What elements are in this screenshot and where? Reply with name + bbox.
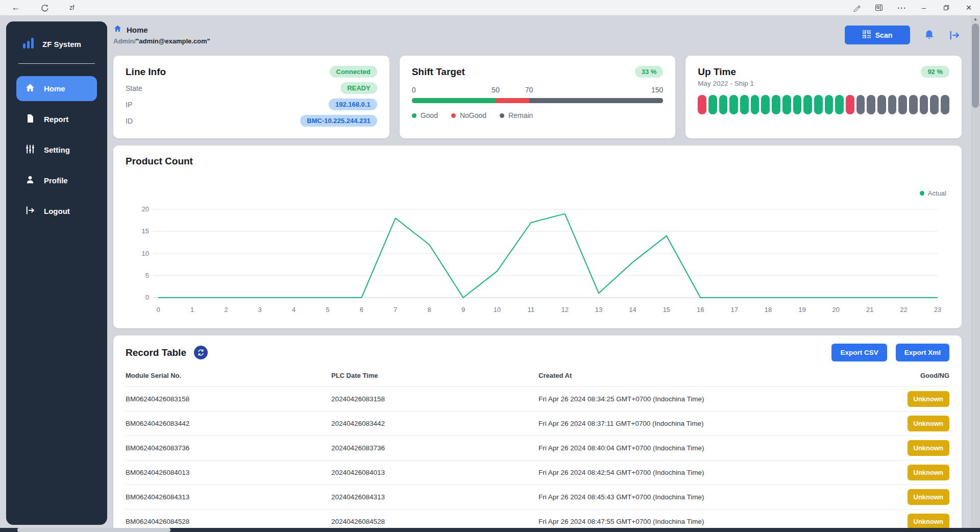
uptime-segment	[835, 95, 844, 114]
svg-text:5: 5	[145, 272, 149, 279]
svg-text:4: 4	[292, 306, 296, 313]
sidebar-item-logout[interactable]: Logout	[16, 199, 97, 224]
restore-icon[interactable]	[935, 0, 958, 15]
pen-icon[interactable]	[845, 0, 868, 15]
horizontal-scrollbar-thumb[interactable]	[17, 528, 170, 532]
refresh-icon[interactable]	[37, 0, 52, 15]
sidebar-item-profile[interactable]: Profile	[16, 168, 97, 193]
refresh-records-button[interactable]	[194, 346, 208, 359]
uptime-segment	[772, 95, 780, 114]
sidebar-item-report[interactable]: Report	[16, 107, 97, 132]
cell-module-serial: BM06240426084013	[126, 461, 331, 485]
logout-icon	[25, 205, 35, 217]
sidebar-search-icon[interactable]	[868, 0, 890, 15]
record-table-card: Record Table Export CSV Export Xml Modul…	[113, 335, 962, 532]
sidebar-divider	[18, 63, 95, 64]
product-count-card: Product Count Actual 0510152001234567891…	[113, 146, 962, 328]
brand: ZF System	[6, 21, 107, 51]
line-info-card: Line Info Connected State READY IP 192.1…	[113, 56, 389, 138]
svg-text:18: 18	[765, 306, 772, 313]
scan-button[interactable]: Scan	[845, 26, 910, 44]
uptime-segment	[761, 95, 770, 114]
minimize-icon[interactable]: –	[913, 0, 935, 15]
record-table: Module Serial No. PLC Date Time Created …	[126, 368, 949, 532]
shift-bar	[412, 98, 664, 103]
shift-tick: 70	[525, 86, 533, 94]
qr-code-icon	[863, 30, 871, 40]
legend-dot	[451, 113, 456, 118]
sidebar-item-home[interactable]: Home	[16, 76, 97, 101]
svg-text:9: 9	[461, 306, 465, 313]
person-icon	[25, 175, 35, 186]
sidebar: ZF System Home Report Setting Profile Lo…	[6, 21, 107, 525]
admin-name: "admin@example.com"	[136, 37, 210, 45]
uptime-segment	[825, 95, 834, 114]
uptime-segment	[782, 95, 791, 114]
export-xml-button[interactable]: Export Xml	[896, 344, 949, 361]
status-unknown-button[interactable]: Unknown	[908, 440, 950, 456]
cell-created-at: Fri Apr 26 2024 08:37:11 GMT+0700 (Indoc…	[538, 412, 865, 436]
svg-text:5: 5	[326, 306, 329, 313]
svg-text:23: 23	[934, 306, 941, 313]
svg-text:2: 2	[224, 306, 228, 313]
uptime-segment	[867, 95, 875, 114]
header-logout-icon[interactable]	[948, 30, 961, 41]
column-header-goodng: Good/NG	[865, 368, 949, 387]
window-titlebar: ← zf ⋯ – ×	[0, 0, 980, 15]
sidebar-item-label: Setting	[44, 146, 70, 154]
export-csv-button[interactable]: Export CSV	[831, 344, 887, 361]
uptime-segment	[729, 95, 738, 114]
notification-bell-icon[interactable]	[923, 29, 935, 41]
cell-module-serial: BM06240426083442	[126, 412, 331, 436]
up-time-title: Up Time	[698, 66, 736, 78]
sidebar-item-setting[interactable]: Setting	[16, 137, 97, 162]
page-header: Home Admin/"admin@example.com" Scan	[113, 25, 962, 50]
table-row: BM0624042608401320240426084013Fri Apr 26…	[126, 461, 949, 485]
vertical-scrollbar[interactable]: ▲	[971, 15, 980, 528]
cell-goodng: Unknown	[865, 485, 949, 510]
svg-text:22: 22	[900, 306, 907, 313]
more-options-icon[interactable]: ⋯	[890, 0, 913, 15]
status-unknown-button[interactable]: Unknown	[908, 465, 950, 480]
shift-segment-nogood	[496, 98, 529, 103]
vertical-scrollbar-thumb[interactable]	[972, 23, 979, 108]
uptime-segment	[814, 95, 823, 114]
back-icon[interactable]: ←	[8, 0, 23, 15]
admin-prefix: Admin/	[113, 37, 136, 45]
status-unknown-button[interactable]: Unknown	[908, 489, 950, 505]
home-breadcrumb-icon	[113, 25, 122, 35]
svg-text:15: 15	[142, 227, 149, 235]
scroll-up-arrow-icon[interactable]: ▲	[971, 17, 980, 21]
status-unknown-button[interactable]: Unknown	[908, 391, 950, 407]
product-count-title: Product Count	[126, 156, 193, 166]
uptime-segment	[888, 95, 897, 114]
legend-item-nogood: NoGood	[451, 111, 486, 119]
status-unknown-button[interactable]: Unknown	[908, 416, 950, 431]
chart-legend: Actual	[920, 189, 946, 197]
shift-legend: GoodNoGoodRemain	[412, 111, 664, 119]
cell-goodng: Unknown	[865, 387, 949, 412]
tab-label[interactable]: zf	[69, 4, 74, 11]
uptime-segment	[909, 95, 918, 114]
cell-module-serial: BM06240426083158	[126, 387, 331, 412]
horizontal-scrollbar[interactable]	[0, 528, 980, 532]
close-icon[interactable]: ×	[958, 0, 980, 15]
legend-label: Good	[421, 111, 438, 119]
scan-button-label: Scan	[875, 31, 892, 39]
up-time-subtitle: May 2022 - Ship 1	[698, 80, 949, 87]
document-icon	[25, 113, 35, 125]
sliders-icon	[25, 144, 35, 156]
svg-text:3: 3	[258, 306, 262, 313]
ip-value-badge: 192.168.0.1	[329, 99, 377, 110]
legend-dot	[920, 191, 924, 196]
svg-text:16: 16	[697, 306, 704, 313]
svg-text:1: 1	[190, 306, 194, 313]
cell-created-at: Fri Apr 26 2024 08:34:25 GMT+0700 (Indoc…	[538, 387, 865, 412]
uptime-bars	[698, 95, 949, 114]
cell-module-serial: BM06240426083736	[126, 436, 331, 461]
cell-plc-datetime: 20240426083736	[331, 436, 538, 461]
status-unknown-button[interactable]: Unknown	[908, 514, 950, 529]
svg-text:11: 11	[528, 306, 535, 313]
shift-segment-remain	[529, 98, 664, 103]
sidebar-item-label: Report	[44, 115, 68, 124]
